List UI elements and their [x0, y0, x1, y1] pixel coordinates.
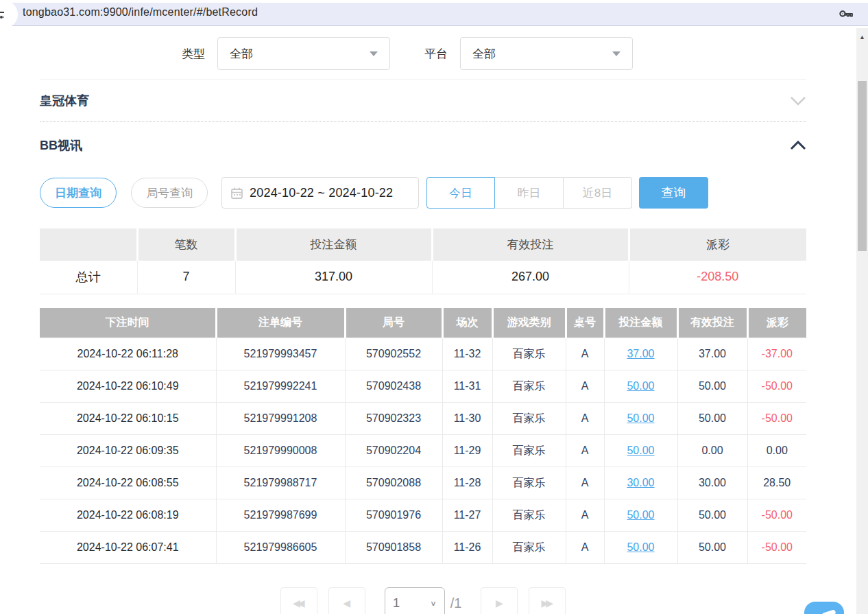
first-page-button[interactable]: ◀◀	[280, 587, 317, 614]
column-header-bet-amount: 投注金额	[604, 308, 677, 338]
bet-id: 521979990008	[216, 435, 345, 467]
table-no: A	[566, 435, 604, 467]
column-header-session: 场次	[442, 308, 492, 338]
game-type: 百家乐	[492, 370, 566, 403]
payout: -50.00	[747, 532, 806, 564]
session: 11-30	[442, 403, 492, 435]
table-no: A	[566, 403, 604, 435]
bet-amount-cell: 37.00	[604, 338, 677, 370]
date-range-input[interactable]: 2024-10-22 ~ 2024-10-22	[221, 177, 419, 209]
bet-records-table: 下注时间 注单编号 局号 场次 游戏类别 桌号 投注金额 有效投注 派彩 202…	[40, 308, 806, 565]
section-title-bb-video: BB视讯	[40, 137, 82, 154]
column-header-count: 笔数	[137, 228, 235, 261]
bet-amount-link[interactable]: 50.00	[627, 541, 654, 553]
bet-time: 2024-10-22 06:08:55	[40, 467, 216, 499]
round-id: 570902323	[345, 403, 442, 435]
next-page-button[interactable]: ▶	[481, 587, 518, 614]
valid-bet: 37.00	[677, 338, 747, 370]
table-row: 2024-10-22 06:09:35521979990008570902204…	[40, 435, 806, 467]
bet-id: 521979986605	[216, 532, 345, 564]
section-bb-video[interactable]: BB视讯	[40, 122, 806, 169]
session: 11-32	[442, 338, 492, 370]
summary-header-row: 笔数 投注金额 有效投注 派彩	[40, 228, 806, 261]
yesterday-button[interactable]: 昨日	[495, 177, 564, 209]
valid-bet: 50.00	[677, 532, 747, 564]
bet-id: 521979993457	[216, 338, 345, 370]
pencil-icon	[821, 609, 836, 614]
round-query-button[interactable]: 局号查询	[131, 178, 208, 208]
round-id: 570902552	[345, 338, 442, 370]
bet-amount-cell: 30.00	[604, 467, 677, 499]
type-select[interactable]: 全部	[217, 37, 390, 70]
payout: 0.00	[747, 435, 806, 467]
valid-bet: 30.00	[677, 467, 747, 499]
vertical-scrollbar[interactable]: ▲	[856, 28, 868, 614]
table-no: A	[566, 499, 604, 532]
table-row: 2024-10-22 06:11:28521979993457570902552…	[40, 338, 806, 370]
summary-row-label: 总计	[40, 261, 137, 294]
game-type: 百家乐	[492, 338, 566, 370]
platform-filter-label: 平台	[424, 46, 448, 62]
tune-icon	[0, 10, 5, 20]
column-header-payout: 派彩	[629, 228, 806, 261]
section-title-crown-sports: 皇冠体育	[40, 93, 89, 109]
bet-amount-link[interactable]: 50.00	[627, 509, 654, 521]
column-header-table-no: 桌号	[566, 308, 604, 338]
search-button[interactable]: 查询	[639, 177, 708, 209]
bet-time: 2024-10-22 06:10:15	[40, 403, 216, 435]
platform-select[interactable]: 全部	[460, 37, 633, 70]
column-header-round-id: 局号	[345, 308, 442, 338]
date-query-button[interactable]: 日期查询	[40, 178, 117, 208]
bet-amount-link[interactable]: 37.00	[627, 348, 654, 359]
bet-amount-link[interactable]: 30.00	[627, 477, 654, 488]
round-id: 570902088	[345, 467, 442, 499]
session: 11-29	[442, 435, 492, 467]
game-type: 百家乐	[492, 467, 566, 499]
payout: -37.00	[747, 338, 806, 370]
bet-amount-cell: 50.00	[604, 435, 677, 467]
table-row: 2024-10-22 06:08:55521979988717570902088…	[40, 467, 806, 499]
round-id: 570901976	[345, 499, 442, 532]
today-button[interactable]: 今日	[426, 177, 495, 209]
bet-table-header-row: 下注时间 注单编号 局号 场次 游戏类别 桌号 投注金额 有效投注 派彩	[40, 308, 806, 338]
last-8-days-button[interactable]: 近8日	[564, 177, 632, 209]
prev-page-icon: ◀	[343, 598, 350, 609]
prev-page-button[interactable]: ◀	[328, 587, 365, 614]
round-id: 570902438	[345, 370, 442, 403]
bet-amount-link[interactable]: 50.00	[627, 445, 654, 456]
valid-bet: 50.00	[677, 370, 747, 403]
round-id: 570902204	[345, 435, 442, 467]
bet-amount-link[interactable]: 50.00	[627, 380, 654, 392]
url-field[interactable]: tongbao31.com:9900/infe/mcenter/#/betRec…	[23, 6, 258, 19]
browser-window: tongbao31.com:9900/infe/mcenter/#/betRec…	[0, 0, 868, 614]
customer-service-chat-button[interactable]	[804, 602, 844, 614]
bet-id: 521979988717	[216, 467, 345, 499]
game-type: 百家乐	[492, 499, 566, 532]
bet-amount-cell: 50.00	[604, 499, 677, 532]
bet-id: 521979992241	[216, 370, 345, 403]
column-header-bet-amount: 投注金额	[235, 228, 432, 261]
bet-time: 2024-10-22 06:08:19	[40, 499, 216, 532]
column-header-bet-time: 下注时间	[40, 308, 216, 338]
last-page-button[interactable]: ▶▶	[529, 587, 566, 614]
scrollbar-thumb[interactable]	[858, 81, 867, 251]
type-filter-label: 类型	[182, 46, 205, 62]
bet-time: 2024-10-22 06:07:41	[40, 532, 216, 564]
pagination: ◀◀ ◀ 1 ∨ /1 ▶ ▶▶	[40, 582, 806, 614]
game-type: 百家乐	[492, 403, 566, 435]
page-number-select[interactable]: 1 ∨	[385, 587, 445, 614]
bet-id: 521979987699	[216, 499, 345, 532]
summary-total-row: 总计 7 317.00 267.00 -208.50	[40, 261, 806, 294]
chevron-up-icon	[790, 141, 806, 150]
summary-payout: -208.50	[629, 261, 806, 294]
filter-row: 类型 全部 平台 全部	[40, 28, 806, 80]
bet-amount-cell: 50.00	[604, 370, 677, 403]
session: 11-28	[442, 467, 492, 499]
bet-amount-link[interactable]: 50.00	[627, 412, 654, 424]
payout: -50.00	[747, 499, 806, 532]
date-range-value: 2024-10-22 ~ 2024-10-22	[250, 186, 393, 200]
key-icon[interactable]	[839, 8, 854, 19]
scroll-up-arrow-icon[interactable]: ▲	[856, 28, 868, 40]
section-crown-sports[interactable]: 皇冠体育	[40, 80, 806, 121]
session: 11-26	[442, 532, 492, 564]
